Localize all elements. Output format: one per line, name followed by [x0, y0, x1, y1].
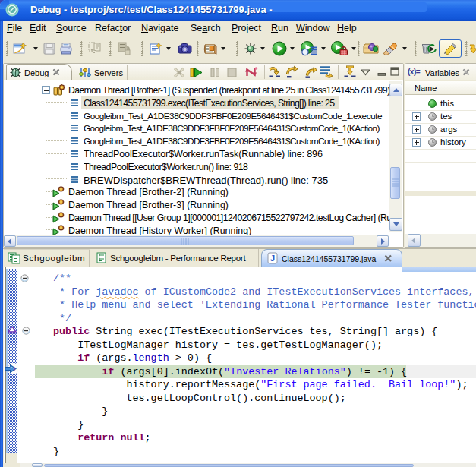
svg-text:J: J	[270, 254, 275, 263]
